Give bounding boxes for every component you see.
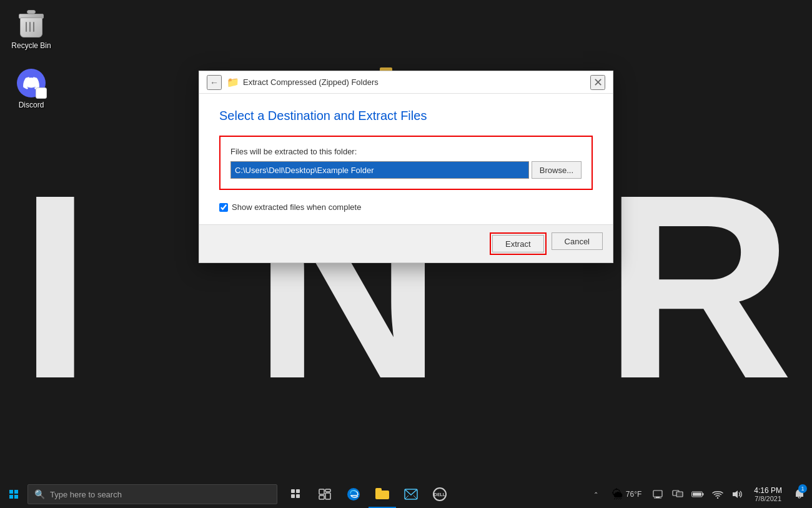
dialog-back-button[interactable]: ← (207, 75, 222, 90)
clock-date: 7/8/2021 (755, 495, 781, 502)
svg-rect-10 (325, 493, 330, 499)
svg-line-14 (405, 496, 408, 499)
notification-badge: 1 (798, 484, 807, 493)
mail-button[interactable] (397, 481, 425, 508)
system-tray: ⌃ 🌦 76°F (587, 481, 812, 508)
svg-point-24 (717, 497, 718, 499)
dialog-folder-icon: 📁 (227, 76, 239, 89)
extract-button-wrapper: Extract (490, 232, 546, 255)
clock-time: 4:16 PM (754, 486, 782, 495)
browse-button[interactable]: Browse... (532, 161, 582, 179)
start-button[interactable] (0, 481, 27, 508)
svg-rect-4 (291, 489, 295, 493)
search-icon: 🔍 (34, 489, 45, 499)
svg-rect-22 (703, 493, 704, 496)
show-extracted-label: Show extracted files when complete (232, 202, 361, 212)
taskbar-app-icons: DELL (282, 481, 453, 508)
svg-rect-11 (319, 496, 324, 499)
edge-browser-button[interactable] (340, 481, 367, 508)
svg-rect-8 (319, 489, 324, 494)
bg-letter-r: R (604, 156, 793, 418)
desktop: I N R Recycle Bin (0, 0, 812, 481)
svg-rect-9 (325, 489, 330, 492)
svg-rect-20 (676, 492, 683, 497)
weather-icon: 🌦 (612, 488, 623, 501)
windows-logo-icon (9, 490, 18, 499)
chevron-up-icon: ⌃ (593, 491, 598, 498)
dialog-close-button[interactable]: ✕ (590, 75, 605, 90)
dell-text: DELL (434, 492, 445, 497)
tray-expand-button[interactable]: ⌃ (587, 481, 605, 508)
widgets-button[interactable] (311, 481, 339, 508)
discord-icon[interactable]: Discord (6, 66, 56, 112)
destination-box: Files will be extracted to this folder: … (219, 136, 593, 190)
svg-rect-7 (296, 494, 300, 498)
search-bar[interactable]: 🔍 Type here to search (27, 484, 277, 504)
dell-support-button[interactable]: DELL (426, 481, 453, 508)
file-explorer-button[interactable] (369, 481, 396, 508)
dell-logo: DELL (433, 487, 447, 501)
destination-path-input[interactable] (230, 161, 529, 179)
bg-letter-i: I (19, 156, 92, 418)
folder-icon (375, 488, 389, 499)
second-display-button[interactable] (669, 481, 686, 508)
weather-temp: 76°F (626, 490, 641, 499)
taskbar: 🔍 Type here to search (0, 481, 812, 508)
clock[interactable]: 4:16 PM 7/8/2021 (749, 481, 787, 508)
dialog-title: Extract Compressed (Zipped) Folders (243, 77, 590, 87)
show-extracted-row: Show extracted files when complete (219, 202, 593, 212)
svg-rect-6 (291, 494, 295, 498)
dialog-footer: Extract Cancel (199, 224, 613, 262)
svg-marker-25 (733, 491, 738, 498)
notification-button[interactable]: 1 (790, 481, 810, 508)
weather-widget[interactable]: 🌦 76°F (607, 481, 646, 508)
task-view-button[interactable] (282, 481, 310, 508)
battery-icon[interactable] (689, 481, 706, 508)
volume-icon[interactable] (729, 481, 746, 508)
show-extracted-checkbox[interactable] (219, 203, 228, 212)
svg-line-15 (413, 496, 417, 499)
cancel-button[interactable]: Cancel (552, 232, 603, 250)
tray-taskbar-button[interactable] (649, 481, 666, 508)
discord-label: Discord (19, 101, 44, 109)
recycle-bin-icon[interactable]: Recycle Bin (6, 6, 56, 52)
extract-button[interactable]: Extract (492, 235, 543, 252)
svg-rect-16 (653, 491, 662, 497)
dialog-heading: Select a Destination and Extract Files (219, 109, 593, 123)
extract-dialog: ← 📁 Extract Compressed (Zipped) Folders … (199, 71, 613, 263)
destination-input-row: Browse... (230, 161, 582, 179)
search-placeholder-text: Type here to search (50, 490, 122, 499)
dialog-titlebar: ← 📁 Extract Compressed (Zipped) Folders … (199, 71, 613, 94)
wifi-icon[interactable] (709, 481, 726, 508)
destination-label: Files will be extracted to this folder: (230, 147, 582, 156)
svg-rect-23 (693, 493, 701, 496)
recycle-bin-label: Recycle Bin (11, 41, 51, 50)
svg-rect-5 (296, 489, 300, 493)
dialog-body: Select a Destination and Extract Files F… (199, 94, 613, 224)
